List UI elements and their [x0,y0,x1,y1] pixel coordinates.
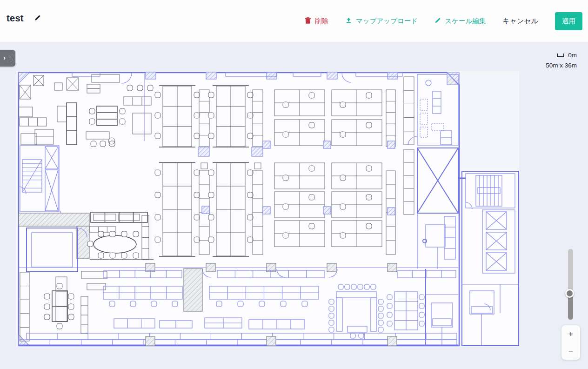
zoom-slider[interactable] [568,249,573,320]
delete-label: 削除 [315,17,328,26]
scale-value: 0m [568,52,577,59]
map-dimensions: 50m x 36m [546,62,577,69]
apply-button[interactable]: 適用 [555,12,582,30]
scale-edit-button[interactable]: スケール編集 [434,17,486,26]
cancel-label: キャンセル [502,17,538,26]
sidebar-expand-handle[interactable]: › [0,50,15,67]
map-canvas[interactable]: › ☝ 0m 50m x 36m + − [0,42,588,369]
upload-icon [345,17,352,25]
cancel-button[interactable]: キャンセル [502,17,538,26]
zoom-slider-handle[interactable] [565,289,574,298]
header: test 削除 マップアップロード スケール編集 キャンセル [0,0,588,42]
page-title: test [7,13,24,24]
scale-edit-label: スケール編集 [445,17,486,26]
delete-button[interactable]: 削除 [305,17,328,26]
header-actions: 削除 マップアップロード スケール編集 キャンセル 適用 [305,0,582,42]
map-upload-label: マップアップロード [356,17,418,26]
edit-title-button[interactable] [34,14,41,23]
trash-icon [305,17,311,25]
floorplan-image[interactable] [16,71,519,347]
zoom-out-button[interactable]: − [561,342,580,360]
pencil-teal-icon [434,17,441,25]
scale-indicator: 0m 50m x 36m [546,52,577,69]
floorplan-svg [16,71,519,347]
pencil-icon [34,14,41,23]
scale-bracket-icon [557,54,564,57]
map-upload-button[interactable]: マップアップロード [345,17,418,26]
title-row: test [7,13,41,24]
zoom-buttons: + − [561,325,580,360]
zoom-in-button[interactable]: + [561,325,580,342]
chevron-right-icon: › [3,54,6,61]
